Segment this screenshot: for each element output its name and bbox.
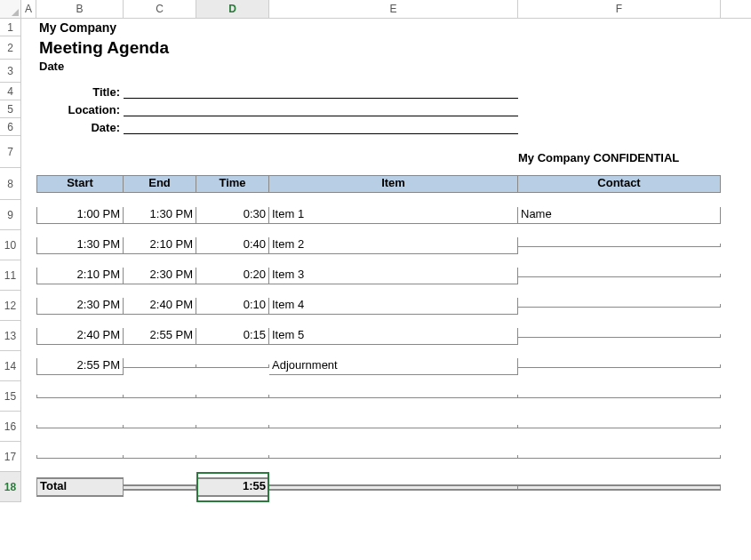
cell-start[interactable]: 1:30 PM — [36, 237, 124, 254]
field-line-title[interactable] — [124, 84, 518, 99]
row-5[interactable]: 5 Location: — [0, 100, 751, 118]
row-16[interactable]: 16 — [0, 412, 751, 442]
col-header-E[interactable]: E — [269, 0, 518, 18]
th-start[interactable]: Start — [36, 175, 124, 193]
cell-item[interactable]: Item 3 — [269, 268, 518, 284]
row-7[interactable]: 7 My Company CONFIDENTIAL — [0, 136, 751, 168]
cell-time[interactable] — [196, 425, 269, 428]
row-header[interactable]: 6 — [0, 118, 21, 136]
row-header[interactable]: 18 — [0, 472, 21, 502]
row-header[interactable]: 3 — [0, 60, 21, 83]
cell-time[interactable]: 0:10 — [196, 298, 269, 315]
th-time[interactable]: Time — [196, 175, 269, 193]
cell-start[interactable] — [36, 455, 124, 459]
row-8[interactable]: 8 Start End Time Item Contact — [0, 168, 751, 200]
cell-item[interactable] — [269, 455, 518, 459]
cell-end[interactable] — [124, 425, 196, 428]
row-header[interactable]: 15 — [0, 381, 21, 412]
row-header[interactable]: 14 — [0, 351, 21, 381]
cell-item[interactable]: Item 2 — [269, 237, 518, 254]
row-header[interactable]: 8 — [0, 168, 21, 200]
cell-time[interactable] — [196, 364, 269, 368]
cell-item[interactable]: Item 1 — [269, 207, 518, 224]
row-header[interactable]: 9 — [0, 200, 21, 230]
cell-time[interactable]: 0:20 — [196, 268, 269, 284]
cell-item[interactable]: Adjournment — [269, 358, 518, 375]
row-header[interactable]: 13 — [0, 321, 21, 351]
cell-contact[interactable] — [518, 334, 721, 338]
cell-contact[interactable] — [518, 244, 721, 247]
total-end-cell[interactable] — [124, 484, 196, 491]
row-header[interactable]: 4 — [0, 83, 21, 100]
cell-time[interactable] — [196, 455, 269, 459]
row-12[interactable]: 122:30 PM2:40 PM0:10Item 4 — [0, 291, 751, 321]
cell-end[interactable]: 2:40 PM — [124, 298, 196, 315]
row-header[interactable]: 12 — [0, 291, 21, 321]
col-header-F[interactable]: F — [518, 0, 721, 18]
cell-item[interactable] — [269, 425, 518, 428]
cell-end[interactable]: 2:30 PM — [124, 268, 196, 284]
cell-time[interactable]: 0:15 — [196, 328, 269, 345]
field-line-date[interactable] — [124, 120, 518, 134]
row-1[interactable]: 1 My Company — [0, 19, 751, 36]
cell-end[interactable] — [124, 364, 196, 368]
row-header[interactable]: 17 — [0, 442, 21, 472]
row-header[interactable]: 5 — [0, 100, 21, 118]
row-header[interactable]: 10 — [0, 230, 21, 260]
cell-start[interactable] — [36, 425, 124, 428]
cell-start[interactable]: 2:30 PM — [36, 298, 124, 315]
row-header[interactable]: 2 — [0, 36, 21, 60]
col-header-A[interactable]: A — [21, 0, 36, 18]
row-3[interactable]: 3 Date — [0, 60, 751, 83]
row-15[interactable]: 15 — [0, 381, 751, 412]
th-contact[interactable]: Contact — [518, 175, 721, 193]
cell-end[interactable] — [124, 395, 196, 398]
cell-end[interactable] — [124, 455, 196, 459]
row-6[interactable]: 6 Date: — [0, 118, 751, 136]
cell-start[interactable]: 1:00 PM — [36, 207, 124, 224]
th-item[interactable]: Item — [269, 175, 518, 193]
cell-item[interactable]: Item 4 — [269, 298, 518, 315]
row-header[interactable]: 16 — [0, 412, 21, 442]
total-contact-cell[interactable] — [518, 484, 721, 491]
cell-time[interactable]: 0:40 — [196, 237, 269, 254]
cell-item[interactable] — [269, 395, 518, 398]
cell-time[interactable] — [196, 395, 269, 398]
total-label-cell[interactable]: Total — [36, 477, 124, 497]
cell-contact[interactable] — [518, 395, 721, 398]
row-11[interactable]: 112:10 PM2:30 PM0:20Item 3 — [0, 260, 751, 291]
cell-contact[interactable] — [518, 364, 721, 368]
row-header[interactable]: 7 — [0, 136, 21, 168]
row-4[interactable]: 4 Title: — [0, 83, 751, 100]
th-end[interactable]: End — [124, 175, 196, 193]
row-header[interactable]: 1 — [0, 19, 21, 36]
cell-end[interactable]: 2:55 PM — [124, 328, 196, 345]
cell-contact[interactable] — [518, 304, 721, 308]
cell-end[interactable]: 1:30 PM — [124, 207, 196, 224]
cell-contact[interactable] — [518, 274, 721, 277]
cell-start[interactable]: 2:10 PM — [36, 268, 124, 284]
cell-item[interactable]: Item 5 — [269, 328, 518, 345]
col-header-B[interactable]: B — [36, 0, 124, 18]
total-item-cell[interactable] — [269, 484, 518, 491]
field-line-location[interactable] — [124, 102, 518, 116]
cell-start[interactable]: 2:40 PM — [36, 328, 124, 345]
cell-contact[interactable] — [518, 455, 721, 459]
row-13[interactable]: 132:40 PM2:55 PM0:15Item 5 — [0, 321, 751, 351]
row-18[interactable]: 18 Total 1:55 — [0, 472, 751, 502]
row-2[interactable]: 2 Meeting Agenda — [0, 36, 751, 60]
cell-contact[interactable] — [518, 425, 721, 428]
row-9[interactable]: 91:00 PM1:30 PM0:30Item 1Name — [0, 200, 751, 230]
cell-end[interactable]: 2:10 PM — [124, 237, 196, 254]
total-time-cell[interactable]: 1:55 — [196, 477, 269, 497]
cell-contact[interactable]: Name — [518, 207, 721, 224]
row-14[interactable]: 142:55 PMAdjournment — [0, 351, 751, 381]
cell-time[interactable]: 0:30 — [196, 207, 269, 224]
row-10[interactable]: 101:30 PM2:10 PM0:40Item 2 — [0, 230, 751, 260]
row-header[interactable]: 11 — [0, 260, 21, 291]
select-all-corner[interactable] — [0, 0, 21, 18]
row-17[interactable]: 17 — [0, 442, 751, 472]
cell-start[interactable] — [36, 395, 124, 398]
col-header-C[interactable]: C — [124, 0, 196, 18]
cell-start[interactable]: 2:55 PM — [36, 358, 124, 375]
